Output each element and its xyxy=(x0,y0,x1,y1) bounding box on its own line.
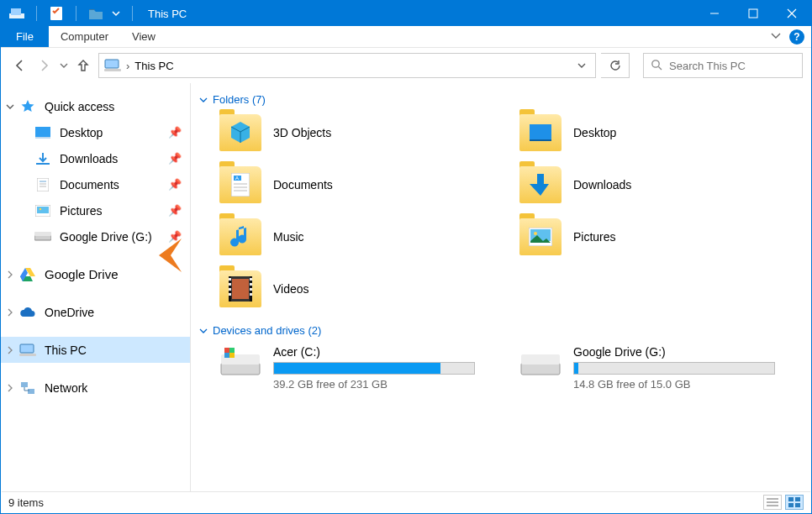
tree-label: Desktop xyxy=(60,126,103,139)
pin-icon: 📌 xyxy=(168,204,182,217)
details-view-button[interactable] xyxy=(763,495,782,510)
folder-downloads[interactable]: Downloads xyxy=(519,166,803,203)
quick-access-icon xyxy=(19,98,36,115)
tree-onedrive[interactable]: OneDrive xyxy=(1,299,190,325)
pin-icon: 📌 xyxy=(168,152,182,165)
folder-music[interactable]: Music xyxy=(219,218,503,255)
drive-icon xyxy=(34,228,51,245)
svg-rect-60 xyxy=(795,497,800,501)
google-drive-icon xyxy=(19,266,36,283)
pin-icon: 📌 xyxy=(168,126,182,139)
tree-google-drive[interactable]: Google Drive xyxy=(1,261,190,287)
new-folder-icon[interactable] xyxy=(88,6,103,21)
tab-computer[interactable]: Computer xyxy=(49,26,120,47)
chevron-down-icon[interactable] xyxy=(6,102,16,111)
tree-quick-access[interactable]: Quick access xyxy=(1,93,190,119)
address-dropdown-icon[interactable] xyxy=(573,60,590,72)
tree-label: Pictures xyxy=(60,204,103,218)
qat-dropdown-icon[interactable] xyxy=(112,8,120,20)
refresh-button[interactable] xyxy=(601,53,630,78)
up-button[interactable] xyxy=(76,58,90,73)
svg-rect-23 xyxy=(21,382,28,387)
svg-point-7 xyxy=(652,60,659,66)
pin-icon: 📌 xyxy=(168,230,182,243)
tree-network[interactable]: Network xyxy=(1,375,190,401)
drive-free-text: 14.8 GB free of 15.0 GB xyxy=(573,378,775,391)
svg-rect-52 xyxy=(224,353,229,358)
search-box[interactable] xyxy=(643,53,803,78)
back-button[interactable] xyxy=(13,58,28,73)
minimize-button[interactable] xyxy=(695,1,734,26)
tree-label: Google Drive (G:) xyxy=(60,230,152,244)
maximize-button[interactable] xyxy=(734,1,772,26)
usage-bar-fill xyxy=(574,363,578,374)
download-arrow-icon xyxy=(519,166,562,203)
tree-label: Network xyxy=(45,381,87,395)
search-icon xyxy=(651,59,662,73)
tree-item-downloads[interactable]: Downloads 📌 xyxy=(1,145,190,171)
svg-rect-17 xyxy=(37,207,49,213)
svg-rect-61 xyxy=(788,503,794,507)
svg-rect-5 xyxy=(105,60,119,68)
search-input[interactable] xyxy=(669,60,810,72)
breadcrumb-sep-icon[interactable]: › xyxy=(126,60,129,72)
svg-rect-55 xyxy=(521,354,560,365)
navigation-bar: › This PC xyxy=(1,48,811,83)
svg-rect-11 xyxy=(36,163,50,165)
chevron-right-icon[interactable] xyxy=(6,346,16,354)
pin-icon: 📌 xyxy=(168,178,182,191)
svg-line-8 xyxy=(659,66,662,70)
file-tab[interactable]: File xyxy=(1,26,49,47)
folder-label: Documents xyxy=(273,178,333,191)
folder-label: Videos xyxy=(273,282,309,296)
svg-rect-26 xyxy=(530,139,551,141)
folder-label: 3D Objects xyxy=(273,126,331,139)
breadcrumb-item[interactable]: This PC xyxy=(134,60,173,72)
tree-label: Google Drive xyxy=(45,267,119,281)
downloads-icon xyxy=(34,150,51,167)
folder-3d-objects[interactable]: 3D Objects xyxy=(219,114,503,151)
usage-bar xyxy=(273,362,475,375)
chevron-right-icon[interactable] xyxy=(6,270,16,279)
svg-rect-6 xyxy=(104,69,121,71)
large-icons-view-button[interactable] xyxy=(785,495,804,510)
tree-label: Documents xyxy=(60,178,119,191)
item-count: 9 items xyxy=(8,496,44,509)
section-title: Folders (7) xyxy=(213,93,266,106)
tab-view[interactable]: View xyxy=(120,26,167,47)
svg-rect-2 xyxy=(50,7,62,20)
tree-item-gdrive-disk[interactable]: Google Drive (G:) 📌 xyxy=(1,223,190,249)
folder-pictures[interactable]: Pictures xyxy=(519,218,803,255)
drive-c[interactable]: Acer (C:) 39.2 GB free of 231 GB xyxy=(219,345,503,391)
usage-bar-fill xyxy=(274,363,440,374)
tree-item-desktop[interactable]: Desktop 📌 xyxy=(1,119,190,145)
drive-g[interactable]: Google Drive (G:) 14.8 GB free of 15.0 G… xyxy=(519,345,803,391)
svg-rect-46 xyxy=(250,288,252,291)
ribbon-collapse-icon[interactable] xyxy=(771,30,781,43)
tree-item-pictures[interactable]: Pictures 📌 xyxy=(1,197,190,223)
hdd-icon xyxy=(519,345,562,379)
section-folders-header[interactable]: Folders (7) xyxy=(199,93,803,106)
section-title: Devices and drives (2) xyxy=(213,324,321,337)
tree-this-pc[interactable]: This PC xyxy=(1,337,190,363)
folder-videos[interactable]: Videos xyxy=(219,270,503,307)
tree-item-documents[interactable]: Documents 📌 xyxy=(1,171,190,197)
chevron-right-icon[interactable] xyxy=(6,384,16,392)
folder-label: Music xyxy=(273,230,304,244)
help-button[interactable]: ? xyxy=(789,29,804,45)
tree-label: Quick access xyxy=(45,100,114,113)
recent-locations-icon[interactable] xyxy=(60,61,68,70)
svg-rect-50 xyxy=(224,348,229,353)
folder-desktop[interactable]: Desktop xyxy=(519,114,803,151)
chevron-right-icon[interactable] xyxy=(6,308,16,317)
picture-icon xyxy=(519,218,562,255)
folder-documents[interactable]: A Documents xyxy=(219,166,503,203)
forward-button[interactable] xyxy=(36,58,51,73)
svg-rect-51 xyxy=(229,348,235,353)
properties-icon[interactable] xyxy=(49,6,64,21)
window-controls xyxy=(695,1,811,26)
address-bar[interactable]: › This PC xyxy=(98,53,596,78)
section-drives-header[interactable]: Devices and drives (2) xyxy=(199,324,803,337)
close-button[interactable] xyxy=(772,1,811,26)
svg-rect-24 xyxy=(28,389,34,394)
